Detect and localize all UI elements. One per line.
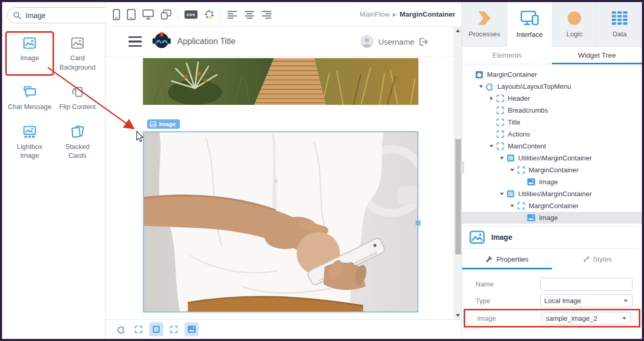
align-left-icon[interactable]: [227, 10, 238, 19]
align-right-icon[interactable]: [261, 10, 272, 19]
design-canvas: Application Title Username: [106, 27, 462, 319]
tab-label: Interface: [516, 31, 543, 38]
widget-image-icon: [23, 36, 36, 50]
path-block-square-button[interactable]: [149, 322, 163, 336]
tab-elements[interactable]: Elements: [462, 47, 552, 64]
expander-down-icon[interactable]: [497, 192, 506, 196]
css-editor-button[interactable]: css: [185, 10, 198, 19]
image-dropdown[interactable]: sample_image_2: [542, 312, 631, 325]
breadcrumb-parent[interactable]: MainFlow: [360, 10, 390, 18]
tab-properties[interactable]: Properties: [462, 249, 552, 269]
palette-item-label: Lightbox Image: [8, 142, 51, 160]
palette-item-flip-content[interactable]: Flip Content: [55, 81, 100, 114]
expander-down-icon[interactable]: [477, 84, 485, 89]
orientation-toggle-icon[interactable]: [161, 9, 172, 20]
preview-app-header: Application Title Username: [106, 27, 454, 57]
tree-node-utilities-margincontainer[interactable]: Utilities\MarginContainer: [462, 188, 642, 200]
logout-icon[interactable]: [419, 37, 429, 46]
widget-tree: MarginContainerLayouts\LayoutTopMenuHead…: [462, 64, 642, 226]
palette-search-row: [2, 2, 105, 28]
caret-down-icon: [622, 317, 627, 320]
tree-node-margincontainer[interactable]: MarginContainer: [462, 164, 642, 176]
container-icon: [495, 142, 505, 150]
tab-processes[interactable]: Processes: [462, 2, 507, 46]
tab-interface[interactable]: Interface: [507, 2, 553, 47]
name-input[interactable]: [544, 280, 628, 289]
tree-node-margincontainer[interactable]: MarginContainer: [462, 69, 642, 80]
widget-lightbox-image-icon: [23, 125, 36, 139]
palette-item-label: Chat Message: [8, 102, 51, 112]
desktop-preview-icon[interactable]: [142, 9, 154, 20]
tree-node-label: MarginContainer: [487, 71, 537, 78]
tree-node-title[interactable]: Title: [462, 116, 642, 128]
tree-node-breadcrumbs[interactable]: Breadcrumbs: [462, 104, 642, 116]
tree-node-header[interactable]: Header: [462, 92, 642, 104]
tab-logic[interactable]: Logic: [553, 2, 598, 46]
expander-down-icon[interactable]: [497, 156, 506, 160]
palette-item-label: Image: [20, 53, 39, 63]
name-field[interactable]: [540, 278, 633, 291]
tab-label: Properties: [496, 255, 529, 263]
selected-image-widget[interactable]: [143, 131, 418, 312]
tree-node-layouts-layouttopmenu[interactable]: Layouts\LayoutTopMenu: [462, 80, 642, 92]
screen-icon: [475, 71, 484, 79]
expander-down-icon[interactable]: [508, 203, 516, 208]
tree-node-label: Utilities\MarginContainer: [518, 190, 592, 198]
tree-node-label: MarginContainer: [529, 166, 579, 174]
selected-widget-badge: Image: [147, 119, 180, 129]
block-square-icon: [152, 325, 160, 333]
path-image-widget-button[interactable]: [185, 322, 199, 336]
path-block-button[interactable]: [114, 322, 128, 336]
palette-item-lightbox-image[interactable]: Lightbox Image: [7, 121, 52, 163]
tree-node-image[interactable]: Image: [462, 212, 642, 224]
tab-widget-tree[interactable]: Widget Tree: [552, 47, 642, 64]
breadcrumb-current[interactable]: MarginContainer: [400, 10, 455, 18]
search-icon: [13, 11, 21, 20]
align-center-icon[interactable]: [244, 10, 255, 19]
palette-item-label: Stacked Cards: [56, 142, 99, 160]
caret-down-icon: [623, 299, 628, 303]
tree-node-label: Breadcrumbs: [508, 106, 548, 114]
theme-colors-icon[interactable]: [204, 9, 214, 19]
selection-resize-handle[interactable]: [416, 221, 420, 225]
boardwalk-image-widget[interactable]: [143, 58, 418, 105]
tablet-preview-icon[interactable]: [127, 9, 136, 20]
palette-item-label: Card Background: [56, 53, 99, 72]
expander-down-icon[interactable]: [508, 168, 516, 172]
container-icon: [135, 325, 142, 333]
menu-icon[interactable]: [128, 36, 142, 47]
palette-item-image[interactable]: Image: [7, 33, 52, 74]
palette-item-label: Flip Content: [59, 102, 96, 112]
tab-data[interactable]: Data: [597, 2, 642, 46]
property-row-type: TypeLocal Image: [462, 292, 642, 309]
container-icon: [495, 106, 505, 114]
type-dropdown[interactable]: Local Image: [540, 294, 633, 307]
tree-node-label: MarginContainer: [529, 202, 579, 210]
palette-item-card-background[interactable]: Card Background: [55, 33, 100, 74]
tree-node-utilities-margincontainer[interactable]: Utilities\MarginContainer: [462, 152, 642, 164]
avatar[interactable]: [360, 35, 374, 48]
logic-icon: [567, 10, 582, 26]
widget-path-toolbar: [106, 319, 462, 339]
expander-right-icon[interactable]: [487, 96, 495, 101]
panel-resize-handle[interactable]: [461, 161, 464, 173]
phone-preview-icon[interactable]: [113, 9, 120, 20]
canvas-vertical-scrollbar[interactable]: [454, 27, 462, 319]
selected-widget-title: Image: [491, 233, 512, 241]
expander-down-icon[interactable]: [487, 144, 495, 148]
scroll-down-icon[interactable]: [454, 312, 462, 319]
scroll-up-icon[interactable]: [454, 27, 462, 34]
right-panel: ProcessesInterfaceLogicData ElementsWidg…: [462, 2, 642, 339]
tree-node-actions[interactable]: Actions: [462, 128, 642, 140]
path-container-button[interactable]: [132, 322, 146, 336]
tree-node-margincontainer[interactable]: MarginContainer: [462, 200, 642, 212]
palette-item-chat-message[interactable]: Chat Message: [7, 81, 52, 114]
palette-item-stacked-cards[interactable]: Stacked Cards: [55, 121, 100, 163]
tab-styles[interactable]: Styles: [552, 249, 642, 269]
property-tabs: PropertiesStyles: [462, 249, 642, 269]
tree-node-maincontent[interactable]: MainContent: [462, 140, 642, 152]
path-container-button[interactable]: [167, 322, 181, 336]
tree-node-image[interactable]: Image: [462, 176, 642, 188]
scrollbar-thumb[interactable]: [455, 139, 461, 254]
toolbar-divider: [178, 9, 178, 20]
